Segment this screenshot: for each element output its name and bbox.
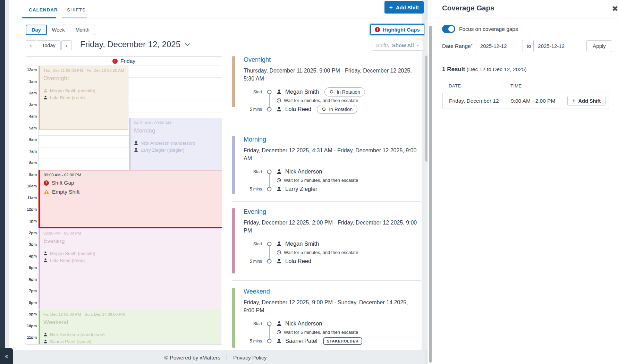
date-range-to-label: to bbox=[527, 43, 531, 49]
event-member: Saanvi Patel (spatel) bbox=[43, 338, 218, 344]
hour-label: 6pm bbox=[29, 277, 37, 281]
view-month-button[interactable]: Month bbox=[70, 25, 95, 35]
date-range-row: Date Range* to Apply bbox=[442, 40, 612, 52]
clock-icon bbox=[277, 178, 281, 183]
wait-escalate-text: Wait for 5 minutes, and then escalate bbox=[284, 98, 358, 103]
focus-coverage-toggle[interactable] bbox=[442, 25, 455, 33]
hour-label: 12am bbox=[27, 68, 37, 72]
date-from-input[interactable] bbox=[476, 40, 523, 52]
gap-time: 9:00 AM - 2:00 PM bbox=[511, 98, 567, 104]
shifts-filter-label: Shifts bbox=[376, 42, 389, 48]
hour-label: 2pm bbox=[29, 231, 37, 235]
view-week-button[interactable]: Week bbox=[47, 25, 70, 35]
event-overnight[interactable]: Thu, Dec 11 09:00 PM - Fri, Dec 12 05:30… bbox=[39, 66, 128, 130]
timeline-escalate-label: 5 mins bbox=[244, 259, 266, 264]
calendar-hour-labels: 12am1am2am3am4am5am6am7am8am9am10am11am1… bbox=[26, 66, 39, 344]
timeline-node bbox=[267, 187, 272, 191]
person-icon bbox=[43, 95, 48, 100]
in-rotation-pill[interactable]: In Rotation bbox=[324, 87, 365, 96]
panel-section-divider bbox=[427, 62, 618, 62]
highlight-gaps-button[interactable]: ! Highlight Gaps bbox=[370, 24, 424, 35]
person-icon bbox=[134, 141, 138, 145]
shift-title-link[interactable]: Overnight bbox=[244, 56, 421, 64]
shift-title-link[interactable]: Weekend bbox=[244, 288, 421, 295]
member-name: Lola Reed bbox=[285, 106, 311, 112]
alert-icon: ! bbox=[44, 180, 49, 186]
highlight-gaps-label: Highlight Gaps bbox=[383, 27, 420, 33]
escalation-timeline: Start Megan Smith In Rotation bbox=[244, 87, 421, 114]
timeline-node bbox=[267, 339, 272, 343]
member-name: Nick Anderson bbox=[285, 320, 322, 327]
left-nav-rail bbox=[0, 0, 5, 364]
shift-accent-bar bbox=[232, 56, 235, 107]
footer: © Powered by xMatters Privacy Policy bbox=[9, 354, 422, 361]
column-header-date: DATE bbox=[449, 83, 461, 88]
event-evening[interactable]: 02:00 PM - 09:00 PM Evening Megan Smith … bbox=[39, 228, 221, 309]
shift-accent-bar bbox=[232, 208, 235, 273]
person-icon bbox=[43, 332, 48, 337]
date-to-input[interactable] bbox=[533, 40, 583, 52]
prev-day-button[interactable]: ‹ bbox=[26, 40, 36, 50]
shift-range: Friday, December 12 2025, 4:31 AM - Frid… bbox=[244, 146, 421, 162]
collapse-sidebar-button[interactable]: « bbox=[0, 348, 13, 364]
event-time: 02:00 PM - 09:00 PM bbox=[43, 231, 218, 235]
tab-calendar[interactable]: CALENDAR bbox=[29, 7, 58, 12]
hour-label: 7pm bbox=[29, 289, 37, 293]
in-rotation-pill[interactable]: In Rotation bbox=[317, 105, 357, 114]
event-weekend[interactable]: Fri, Dec 12 09:00 PM - Sun, Dec 14 09:00… bbox=[39, 310, 221, 344]
shift-title-link[interactable]: Evening bbox=[244, 208, 421, 215]
day-header-label: Friday bbox=[120, 58, 135, 64]
wait-escalate-text: Wait for 5 minutes, and then escalate bbox=[284, 178, 358, 183]
alert-icon: ! bbox=[112, 59, 118, 64]
tab-shifts[interactable]: SHIFTS bbox=[67, 7, 86, 12]
timeline-start-label: Start bbox=[244, 242, 266, 246]
shift-card-weekend: Weekend Friday, December 12 2025, 9:00 P… bbox=[232, 288, 421, 348]
event-member: Megan Smith (msmith) bbox=[43, 250, 218, 257]
shift-range: Thursday, December 11 2025, 9:00 PM - Fr… bbox=[244, 67, 419, 83]
event-morning[interactable]: 04:31 AM - 09:00 AM Morning Nick Anderso… bbox=[129, 118, 222, 170]
shifts-filter-dropdown[interactable]: Shifts Show All ▾ bbox=[372, 40, 423, 51]
event-member: Lola Reed (lreed) bbox=[43, 94, 125, 101]
plus-icon: + bbox=[572, 98, 576, 104]
escalation-timeline: Start Nick Anderson Wait for 5 minutes, … bbox=[244, 319, 421, 346]
next-day-button[interactable]: › bbox=[61, 40, 72, 50]
privacy-policy-link[interactable]: Privacy Policy bbox=[233, 355, 266, 361]
panel-scrollbar-thumb[interactable] bbox=[429, 26, 432, 363]
shift-title-link[interactable]: Morning bbox=[244, 136, 421, 143]
person-icon bbox=[43, 88, 48, 93]
view-switcher: Day Week Month bbox=[26, 25, 95, 35]
member-name: Nick Anderson bbox=[285, 168, 322, 175]
tab-shifts-underline bbox=[62, 17, 87, 18]
timeline-node bbox=[267, 107, 272, 111]
event-title: Overnight bbox=[43, 75, 125, 82]
person-icon bbox=[43, 251, 48, 255]
hour-label: 11am bbox=[27, 196, 37, 200]
person-icon bbox=[277, 321, 282, 326]
person-icon bbox=[277, 259, 282, 264]
event-time: Thu, Dec 11 09:00 PM - Fri, Dec 12 05:30… bbox=[43, 68, 125, 73]
calendar-day-column[interactable]: Thu, Dec 11 09:00 PM - Fri, Dec 12 05:30… bbox=[39, 66, 222, 344]
event-title: Morning bbox=[134, 127, 218, 134]
apply-button[interactable]: Apply bbox=[586, 40, 612, 52]
hour-label: 9pm bbox=[29, 312, 37, 316]
footer-divider bbox=[227, 354, 227, 361]
current-date-title[interactable]: Friday, December 12, 2025 bbox=[80, 40, 190, 49]
view-day-button[interactable]: Day bbox=[26, 25, 47, 35]
focus-toggle-label: Focus on coverage gaps bbox=[459, 26, 518, 32]
card-divider bbox=[232, 129, 421, 129]
shift-card-evening: Evening Friday, December 12 2025, 2:00 P… bbox=[232, 208, 421, 273]
add-shift-button[interactable]: + Add Shift bbox=[384, 1, 424, 14]
caret-down-icon: ▾ bbox=[417, 43, 419, 47]
event-shift-gap[interactable]: 09:00 AM - 02:00 PM ! Shift Gap Empty Sh… bbox=[39, 170, 222, 228]
powered-by-text: © Powered by xMatters bbox=[164, 355, 220, 361]
row-add-shift-button[interactable]: + Add Shift bbox=[567, 96, 606, 106]
tab-bar-divider bbox=[88, 18, 425, 18]
date-range-label: Date Range* bbox=[442, 43, 473, 49]
tab-calendar-active-underline bbox=[22, 17, 56, 18]
close-icon[interactable]: ✖ bbox=[612, 5, 618, 13]
today-button[interactable]: Today bbox=[37, 40, 61, 50]
shifts-filter-value: Show All bbox=[392, 42, 414, 48]
column-header-time: TIME bbox=[510, 83, 522, 88]
hour-label: 4am bbox=[29, 114, 37, 118]
hour-label: 8pm bbox=[29, 300, 37, 305]
